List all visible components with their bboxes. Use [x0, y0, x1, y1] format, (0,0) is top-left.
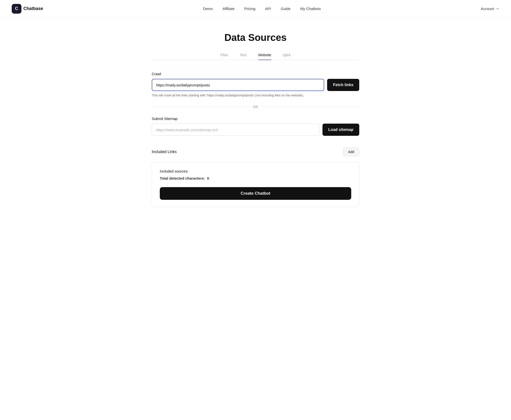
or-divider: OR: [152, 105, 359, 109]
sources-title: Included sources:: [160, 169, 351, 173]
sitemap-section: Submit Sitemap Load sitemap: [152, 117, 359, 136]
crawl-section: Crawl Fetch links This will crawl all th…: [152, 72, 359, 97]
fetch-links-button[interactable]: Fetch links: [327, 79, 359, 91]
crawl-label: Crawl: [152, 72, 359, 76]
main-content: Data Sources Files Text Website Q&A Craw…: [146, 18, 365, 226]
tab-qa[interactable]: Q&A: [283, 53, 291, 60]
sources-box: Included sources: Total detected charact…: [152, 162, 359, 207]
crawl-hint: This will crawl all the links starting w…: [152, 93, 359, 97]
logo-area: C Chatbase: [12, 4, 43, 14]
divider-line-left: [152, 107, 249, 107]
included-links-label: Included Links: [152, 150, 177, 154]
or-text: OR: [253, 105, 258, 109]
sitemap-label: Submit Sitemap: [152, 117, 359, 121]
nav-my-chatbots[interactable]: My Chatbots: [300, 7, 321, 11]
load-sitemap-button[interactable]: Load sitemap: [322, 124, 359, 136]
crawl-input[interactable]: [152, 79, 324, 91]
account-label: Account: [481, 7, 494, 11]
navbar: C Chatbase Demo Affiliate Pricing API Gu…: [0, 0, 511, 18]
included-links-header: Included Links Add: [152, 147, 359, 156]
total-chars-value: 0: [207, 176, 209, 180]
nav-api[interactable]: API: [265, 7, 271, 11]
total-chars: Total detected characters: 0: [160, 176, 351, 180]
nav-demo[interactable]: Demo: [203, 7, 213, 11]
tabs-bar: Files Text Website Q&A: [152, 53, 359, 60]
account-menu[interactable]: Account →: [481, 7, 499, 11]
sitemap-input[interactable]: [152, 124, 320, 136]
total-chars-label: Total detected characters:: [160, 176, 205, 180]
tab-text[interactable]: Text: [240, 53, 246, 60]
app-name: Chatbase: [23, 6, 43, 11]
account-arrow-icon: →: [495, 7, 499, 11]
divider-line-right: [262, 107, 360, 107]
tab-website[interactable]: Website: [258, 53, 271, 60]
tab-files[interactable]: Files: [220, 53, 228, 60]
logo-icon: C: [12, 4, 21, 14]
create-chatbot-button[interactable]: Create Chatbot: [160, 187, 351, 200]
nav-guide[interactable]: Guide: [281, 7, 291, 11]
page-title: Data Sources: [152, 32, 359, 43]
nav-links: Demo Affiliate Pricing API Guide My Chat…: [203, 7, 321, 11]
nav-pricing[interactable]: Pricing: [244, 7, 256, 11]
nav-affiliate[interactable]: Affiliate: [223, 7, 235, 11]
sitemap-row: Load sitemap: [152, 124, 359, 136]
add-link-button[interactable]: Add: [343, 147, 359, 156]
crawl-row: Fetch links: [152, 79, 359, 91]
